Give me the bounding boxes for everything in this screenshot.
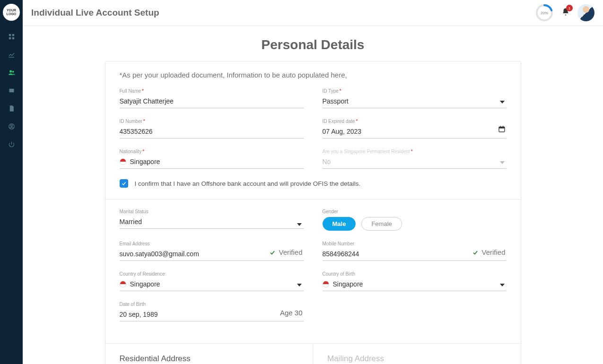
gender-male-button[interactable]: Male xyxy=(323,217,356,231)
svg-rect-0 xyxy=(9,34,10,35)
residential-address-title: Residential Address xyxy=(120,354,299,364)
email-verified-badge: Verified xyxy=(269,248,302,256)
nav-folder-icon[interactable] xyxy=(0,81,23,99)
nav-profile-icon[interactable] xyxy=(0,117,23,135)
gender-female-button[interactable]: Female xyxy=(361,217,402,231)
age-display: Age 30 xyxy=(280,309,303,317)
mailing-address-title: Mailing Address xyxy=(327,354,507,364)
nav-document-icon[interactable] xyxy=(0,99,23,117)
nav-dashboard-icon[interactable] xyxy=(0,27,23,45)
gender-label: Gender xyxy=(323,209,507,214)
notification-bell-icon[interactable]: 1 xyxy=(561,8,570,18)
nav-power-icon[interactable] xyxy=(0,135,23,153)
flag-icon xyxy=(120,281,126,287)
id-expired-input[interactable] xyxy=(323,126,507,139)
svg-point-8 xyxy=(10,124,12,126)
nationality-select[interactable]: Singapore xyxy=(120,156,304,169)
sg-pr-select[interactable]: No xyxy=(323,156,507,169)
id-type-label: ID Type* xyxy=(323,88,507,94)
nationality-label: Nationality* xyxy=(120,149,304,154)
svg-point-5 xyxy=(12,70,14,72)
id-number-input[interactable] xyxy=(120,126,304,139)
offshore-checkbox[interactable] xyxy=(120,179,128,188)
offshore-label: I confirm that I have an Offshore bank a… xyxy=(135,180,361,187)
full-name-label: Full Name* xyxy=(120,88,304,94)
user-avatar[interactable] xyxy=(577,4,594,21)
notification-badge: 1 xyxy=(566,5,573,11)
dob-input[interactable] xyxy=(120,309,304,321)
nav-users-icon[interactable] xyxy=(0,63,23,81)
id-number-label: ID Number* xyxy=(120,119,304,124)
page-header-title: Individual Live Account Setup xyxy=(31,8,159,18)
marital-label: Marital Status xyxy=(120,209,304,214)
flag-icon xyxy=(120,158,126,165)
full-name-input[interactable] xyxy=(120,95,304,108)
country-birth-label: Country of Birth xyxy=(323,271,507,277)
svg-point-4 xyxy=(9,70,12,72)
header: Individual Live Account Setup 20% 1 xyxy=(23,0,603,26)
dob-label: Date of Birth xyxy=(120,302,304,307)
flag-icon xyxy=(323,281,329,287)
mobile-label: Mobile Number xyxy=(323,241,507,246)
svg-rect-2 xyxy=(9,37,10,39)
logo: YOUR LOGO xyxy=(3,4,20,21)
country-birth-select[interactable]: Singapore xyxy=(323,278,507,291)
sg-pr-label: Are you a Singapore Permanent Resident* xyxy=(323,149,507,154)
page-title: Personal Details xyxy=(23,37,603,52)
id-type-select[interactable]: Passport xyxy=(323,95,507,108)
nav-chart-icon[interactable] xyxy=(0,45,23,63)
country-res-select[interactable]: Singapore xyxy=(120,278,304,291)
svg-rect-1 xyxy=(12,34,14,35)
progress-ring: 20% xyxy=(535,3,554,22)
auto-populate-note: *As per your uploaded document, Informat… xyxy=(120,71,507,79)
sidebar: YOUR LOGO xyxy=(0,0,23,364)
id-expired-label: ID Expired date* xyxy=(323,119,507,124)
svg-rect-6 xyxy=(9,88,14,92)
email-label: Email Address xyxy=(120,241,304,246)
mobile-verified-badge: Verified xyxy=(472,248,505,256)
progress-text: 20% xyxy=(541,11,548,15)
marital-select[interactable]: Married xyxy=(120,216,304,229)
svg-rect-3 xyxy=(12,37,14,39)
form-card: *As per your uploaded document, Informat… xyxy=(105,61,521,364)
country-res-label: Country of Residence xyxy=(120,271,304,277)
